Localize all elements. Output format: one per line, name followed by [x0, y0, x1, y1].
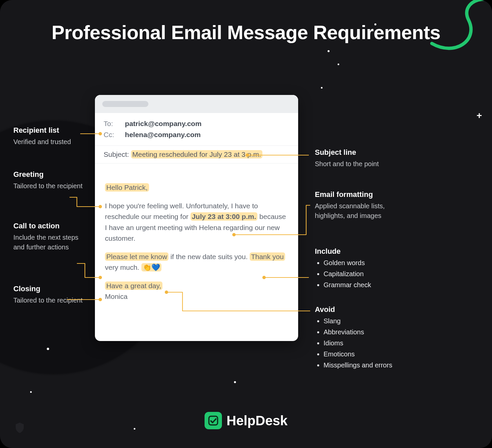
- decoration-dot: [321, 87, 323, 89]
- svg-rect-8: [209, 416, 218, 425]
- decoration-dot: [328, 50, 330, 52]
- infographic-canvas: + Professional Email Message Requirement…: [0, 0, 492, 448]
- callout-title: Include: [315, 246, 402, 257]
- list-item: Emoticons: [324, 349, 402, 359]
- subject-value: Meeting rescheduled for July 23 at 3 p.m…: [131, 150, 262, 158]
- shield-icon: [15, 422, 25, 433]
- list-item: Abbreviations: [324, 327, 402, 337]
- cc-value: helena@company.com: [125, 131, 201, 138]
- page-title: Professional Email Message Requirements: [0, 21, 492, 44]
- cta-highlight: Please let me know: [105, 252, 168, 261]
- avoid-list: Slang Abbreviations Idioms Emoticons Mis…: [315, 316, 402, 370]
- list-item: Grammar check: [324, 280, 402, 290]
- callout-desc: Short and to the point: [315, 159, 402, 169]
- email-subject-row: Subject: Meeting rescheduled for July 23…: [95, 146, 298, 163]
- list-item: Golden words: [324, 258, 402, 268]
- to-label: To:: [104, 118, 123, 129]
- callout-desc: Tailored to the recipient: [13, 181, 84, 191]
- callout-avoid: Avoid Slang Abbreviations Idioms Emotico…: [315, 304, 402, 371]
- include-list: Golden words Capitalization Grammar chec…: [315, 258, 402, 290]
- brand-footer: HelpDesk: [0, 412, 492, 429]
- list-item: Slang: [324, 316, 402, 326]
- cc-label: Cc:: [104, 129, 123, 140]
- callout-title: Email formatting: [315, 189, 402, 200]
- email-titlebar: [95, 95, 298, 113]
- brand-name: HelpDesk: [227, 413, 287, 428]
- email-greeting: Hello Patrick,: [105, 183, 149, 192]
- callout-closing: Closing Tailored to the recipient: [13, 284, 84, 305]
- callout-title: Call to action: [13, 221, 87, 231]
- callout-desc: Verified and trusted: [13, 137, 84, 147]
- body-datetime: July 23 at 3:00 p.m.: [191, 212, 258, 221]
- subject-label: Subject:: [104, 150, 129, 158]
- callout-desc: Include the next steps and further actio…: [13, 233, 87, 252]
- cta-thanks: Thank you: [250, 252, 285, 261]
- callout-subject-line: Subject line Short and to the point: [315, 147, 402, 169]
- email-header: To: patrick@company.com Cc: helena@compa…: [95, 113, 298, 146]
- callout-title: Recipient list: [13, 125, 84, 136]
- callout-recipient-list: Recipient list Verified and trusted: [13, 125, 84, 147]
- email-mockup: To: patrick@company.com Cc: helena@compa…: [95, 95, 298, 341]
- brand-logo-icon: [205, 412, 222, 429]
- list-item: Capitalization: [324, 269, 402, 279]
- decoration-dot: [234, 381, 236, 383]
- closing-line: Have a great day,: [105, 282, 162, 290]
- signature: Monica: [105, 293, 128, 300]
- callout-email-formatting: Email formatting Applied scannable lists…: [315, 189, 402, 221]
- decoration-dot: [30, 391, 32, 393]
- cta-end: very much.: [105, 263, 141, 271]
- cta-emojis: 👏💙: [141, 263, 161, 271]
- callout-desc: Applied scannable lists, highlights, and…: [315, 201, 402, 221]
- callout-desc: Tailored to the recipient: [13, 296, 84, 305]
- callout-greeting: Greeting Tailored to the recipient: [13, 169, 84, 191]
- callout-include: Include Golden words Capitalization Gram…: [315, 246, 402, 291]
- decoration-plus: +: [477, 110, 482, 121]
- decoration-dot: [47, 348, 49, 350]
- email-body: Hello Patrick, I hope you're feeling wel…: [95, 163, 298, 318]
- decoration-dot: [338, 64, 339, 65]
- cta-mid: if the new date suits you.: [168, 253, 250, 260]
- list-item: Idioms: [324, 338, 402, 348]
- to-value: patrick@company.com: [125, 120, 202, 127]
- titlebar-placeholder: [102, 101, 148, 107]
- callout-call-to-action: Call to action Include the next steps an…: [13, 221, 87, 252]
- callout-title: Closing: [13, 284, 84, 294]
- callout-title: Subject line: [315, 147, 402, 158]
- callout-title: Greeting: [13, 169, 84, 180]
- callout-title: Avoid: [315, 304, 402, 315]
- list-item: Misspellings and errors: [324, 360, 402, 370]
